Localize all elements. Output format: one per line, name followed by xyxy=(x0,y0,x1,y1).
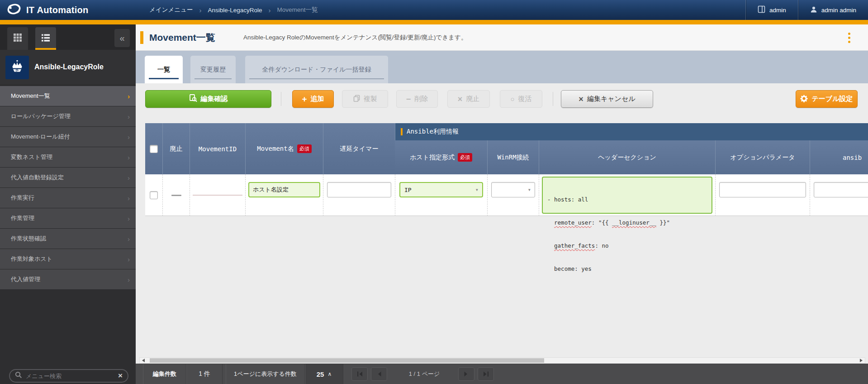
scrollbar-thumb[interactable] xyxy=(150,358,544,363)
sidebar-item-variable-nest[interactable]: 変数ネスト管理 › xyxy=(0,147,136,168)
selected-value: IP xyxy=(404,187,412,193)
admin-menu-button[interactable]: admin xyxy=(745,0,798,20)
button-label: 追加 xyxy=(311,95,324,103)
sidebar-item-label: Movement一覧 xyxy=(11,92,50,100)
sidebar-item-label: 代入値管理 xyxy=(11,275,40,283)
toolbar-divider xyxy=(281,92,281,106)
x-icon: × xyxy=(458,95,463,103)
list-view-tab[interactable] xyxy=(35,27,56,50)
edit-confirm-button[interactable]: 編集確認 xyxy=(145,90,271,108)
column-label: 遅延タイマー xyxy=(340,145,379,153)
sidebar-item-operation-status[interactable]: 作業状態確認 › xyxy=(0,229,136,249)
row-delay-timer-cell xyxy=(323,174,395,216)
header-section-editor[interactable]: - hosts: all remote_user: "{{ __loginuse… xyxy=(542,177,712,214)
user-icon xyxy=(810,6,817,14)
row-option-params-cell xyxy=(715,174,810,216)
column-header-movement-name: Movement名 必須 xyxy=(245,123,323,174)
button-label: 復活 xyxy=(518,95,532,103)
row-select-cell xyxy=(145,174,162,216)
sidebar-item-operation-manage[interactable]: 作業管理 › xyxy=(0,208,136,229)
ansible-extra-input[interactable] xyxy=(814,182,868,197)
search-icon xyxy=(15,371,22,380)
sidebar-item-substitution-value[interactable]: 代入値管理 › xyxy=(0,269,136,290)
plus-icon: + xyxy=(302,95,307,103)
sidebar-collapse-button[interactable]: « xyxy=(114,29,130,47)
duplicate-button: 複製 xyxy=(342,90,388,108)
gear-icon xyxy=(800,95,808,104)
table-header: 廃止 MovementID Movement名 必須 遅延タイマー Ansibl… xyxy=(145,123,868,174)
nav-user-area: admin admin admin xyxy=(745,0,868,20)
tab-download-upload[interactable]: 全件ダウンロード・ファイル一括登録 xyxy=(245,56,388,83)
edit-count-value: 1 件 xyxy=(186,364,223,384)
dropdown-arrow-icon: ▾ xyxy=(528,187,531,193)
scroll-left-icon[interactable] xyxy=(142,359,145,362)
movement-id-placeholder-line xyxy=(193,195,242,196)
collapse-icon: « xyxy=(119,33,124,43)
column-label: Movement名 xyxy=(257,145,294,153)
button-label: 編集確認 xyxy=(201,95,228,103)
user-profile-button[interactable]: admin admin xyxy=(798,0,868,20)
chevron-right-icon: › xyxy=(128,255,130,263)
prev-page-button[interactable] xyxy=(371,367,387,381)
select-all-checkbox[interactable] xyxy=(150,145,158,153)
menu-search-input[interactable] xyxy=(26,373,114,379)
user-name-label: admin admin xyxy=(821,7,856,14)
last-page-button[interactable] xyxy=(478,367,494,381)
page-position: 1 / 1 ページ xyxy=(390,370,458,378)
delay-timer-input[interactable] xyxy=(327,182,391,197)
scroll-right-icon[interactable] xyxy=(860,359,863,362)
admin-menu-label: admin xyxy=(769,7,786,14)
sidebar-item-substitution-auto[interactable]: 代入値自動登録設定 › xyxy=(0,168,136,188)
panel-icon xyxy=(758,5,765,14)
accent-strip xyxy=(0,20,868,24)
column-header-discard: 廃止 xyxy=(162,123,190,174)
chevron-right-icon: › xyxy=(128,154,130,161)
pagination: 1 / 1 ページ xyxy=(351,367,497,381)
row-movement-name-cell xyxy=(245,174,323,216)
sidebar-item-movement-list[interactable]: Movement一覧 › xyxy=(0,86,136,106)
grid-icon xyxy=(13,33,22,44)
option-params-input[interactable] xyxy=(719,182,806,197)
sidebar-item-movement-role-link[interactable]: Movement-ロール紐付 › xyxy=(0,127,136,147)
select-all-header-cell xyxy=(145,123,162,174)
clear-search-icon[interactable]: × xyxy=(118,371,123,380)
sidebar-item-label: ロールパッケージ管理 xyxy=(11,112,71,120)
footer-bar: 編集件数 1 件 1ページに表示する件数 25 ∧ 1 / 1 ページ xyxy=(136,364,868,384)
tab-list[interactable]: 一覧 xyxy=(145,56,183,83)
page-title: Movement一覧 xyxy=(149,24,215,51)
chevron-right-icon: › xyxy=(128,113,130,120)
tab-change-history[interactable]: 変更履歴 xyxy=(190,56,236,83)
first-page-button[interactable] xyxy=(351,367,368,381)
chevron-right-icon: › xyxy=(128,215,130,222)
sidebar-item-label: 作業実行 xyxy=(11,194,34,202)
column-header-ansible-truncated: ansib xyxy=(810,140,868,174)
tab-label: 全件ダウンロード・ファイル一括登録 xyxy=(262,66,371,74)
row-select-checkbox[interactable] xyxy=(150,191,158,199)
tab-label: 一覧 xyxy=(157,66,170,74)
breadcrumb-main-menu[interactable]: メインメニュー xyxy=(149,6,193,14)
app-logo[interactable]: IT Automation xyxy=(6,0,89,20)
sidebar-item-target-host[interactable]: 作業対象ホスト › xyxy=(0,249,136,269)
grid-view-tab[interactable] xyxy=(7,27,28,50)
next-page-button[interactable] xyxy=(458,367,474,381)
edit-cancel-button[interactable]: × 編集キャンセル xyxy=(561,90,653,108)
edit-confirm-icon xyxy=(189,94,197,104)
app-window: IT Automation メインメニュー › Ansible-LegacyRo… xyxy=(0,0,868,384)
copy-icon xyxy=(353,95,360,103)
per-page-select[interactable]: 25 ∧ xyxy=(305,364,343,384)
sidebar-item-execute[interactable]: 作業実行 › xyxy=(0,188,136,208)
row-discard-cell xyxy=(162,174,190,216)
movement-name-input[interactable] xyxy=(248,182,320,197)
column-label: ansib xyxy=(843,154,862,161)
kebab-menu-icon[interactable] xyxy=(844,31,854,44)
breadcrumb-workspace[interactable]: Ansible-LegacyRole xyxy=(208,7,262,14)
chevron-right-icon: › xyxy=(128,133,130,141)
winrm-select[interactable]: ▾ xyxy=(491,182,535,197)
column-label: 廃止 xyxy=(170,145,183,153)
add-button[interactable]: + 追加 xyxy=(292,90,334,108)
table-settings-button[interactable]: テーブル設定 xyxy=(796,90,858,108)
host-format-select[interactable]: IP ▾ xyxy=(399,182,483,197)
column-label: オプションパラメータ xyxy=(730,154,795,162)
sidebar-item-role-package[interactable]: ロールパッケージ管理 › xyxy=(0,106,136,127)
button-label: 削除 xyxy=(414,95,428,103)
